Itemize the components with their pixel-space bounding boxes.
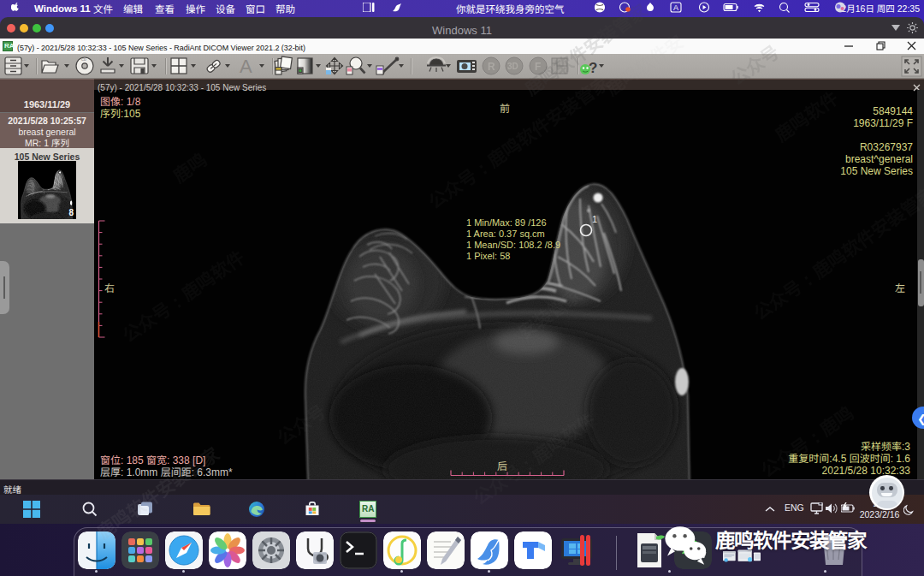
svg-text:1: 1 [592,214,597,224]
svg-text:A: A [673,3,678,12]
svg-text:R: R [488,61,495,73]
svg-text:3D: 3D [507,62,518,71]
svg-text:CD: CD [81,57,86,62]
svg-text:A: A [240,56,252,77]
